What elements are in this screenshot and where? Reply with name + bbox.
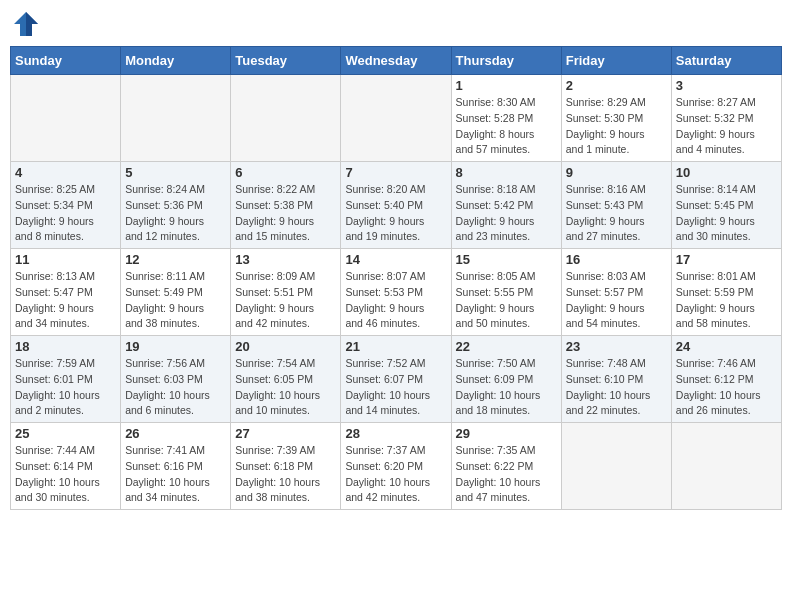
day-number: 10 bbox=[676, 165, 777, 180]
day-info: Sunrise: 7:52 AMSunset: 6:07 PMDaylight:… bbox=[345, 356, 446, 419]
calendar-cell: 28Sunrise: 7:37 AMSunset: 6:20 PMDayligh… bbox=[341, 423, 451, 510]
day-number: 29 bbox=[456, 426, 557, 441]
day-info: Sunrise: 8:05 AMSunset: 5:55 PMDaylight:… bbox=[456, 269, 557, 332]
day-number: 1 bbox=[456, 78, 557, 93]
week-row-5: 25Sunrise: 7:44 AMSunset: 6:14 PMDayligh… bbox=[11, 423, 782, 510]
week-row-2: 4Sunrise: 8:25 AMSunset: 5:34 PMDaylight… bbox=[11, 162, 782, 249]
day-info: Sunrise: 7:59 AMSunset: 6:01 PMDaylight:… bbox=[15, 356, 116, 419]
calendar-cell: 16Sunrise: 8:03 AMSunset: 5:57 PMDayligh… bbox=[561, 249, 671, 336]
day-info: Sunrise: 7:50 AMSunset: 6:09 PMDaylight:… bbox=[456, 356, 557, 419]
calendar-cell: 23Sunrise: 7:48 AMSunset: 6:10 PMDayligh… bbox=[561, 336, 671, 423]
calendar-cell: 26Sunrise: 7:41 AMSunset: 6:16 PMDayligh… bbox=[121, 423, 231, 510]
day-info: Sunrise: 8:03 AMSunset: 5:57 PMDaylight:… bbox=[566, 269, 667, 332]
day-number: 5 bbox=[125, 165, 226, 180]
day-number: 14 bbox=[345, 252, 446, 267]
calendar-cell: 18Sunrise: 7:59 AMSunset: 6:01 PMDayligh… bbox=[11, 336, 121, 423]
day-number: 7 bbox=[345, 165, 446, 180]
calendar-cell: 9Sunrise: 8:16 AMSunset: 5:43 PMDaylight… bbox=[561, 162, 671, 249]
day-info: Sunrise: 8:25 AMSunset: 5:34 PMDaylight:… bbox=[15, 182, 116, 245]
calendar-cell bbox=[341, 75, 451, 162]
calendar-cell: 7Sunrise: 8:20 AMSunset: 5:40 PMDaylight… bbox=[341, 162, 451, 249]
day-number: 25 bbox=[15, 426, 116, 441]
calendar-table: SundayMondayTuesdayWednesdayThursdayFrid… bbox=[10, 46, 782, 510]
col-header-sunday: Sunday bbox=[11, 47, 121, 75]
day-info: Sunrise: 7:35 AMSunset: 6:22 PMDaylight:… bbox=[456, 443, 557, 506]
day-info: Sunrise: 8:07 AMSunset: 5:53 PMDaylight:… bbox=[345, 269, 446, 332]
day-info: Sunrise: 8:30 AMSunset: 5:28 PMDaylight:… bbox=[456, 95, 557, 158]
calendar-cell bbox=[561, 423, 671, 510]
day-info: Sunrise: 8:22 AMSunset: 5:38 PMDaylight:… bbox=[235, 182, 336, 245]
day-number: 18 bbox=[15, 339, 116, 354]
logo-icon bbox=[12, 10, 40, 38]
day-number: 11 bbox=[15, 252, 116, 267]
calendar-cell bbox=[121, 75, 231, 162]
day-number: 27 bbox=[235, 426, 336, 441]
week-row-4: 18Sunrise: 7:59 AMSunset: 6:01 PMDayligh… bbox=[11, 336, 782, 423]
calendar-cell: 27Sunrise: 7:39 AMSunset: 6:18 PMDayligh… bbox=[231, 423, 341, 510]
day-number: 24 bbox=[676, 339, 777, 354]
calendar-cell: 5Sunrise: 8:24 AMSunset: 5:36 PMDaylight… bbox=[121, 162, 231, 249]
calendar-cell: 3Sunrise: 8:27 AMSunset: 5:32 PMDaylight… bbox=[671, 75, 781, 162]
day-info: Sunrise: 8:09 AMSunset: 5:51 PMDaylight:… bbox=[235, 269, 336, 332]
calendar-cell: 19Sunrise: 7:56 AMSunset: 6:03 PMDayligh… bbox=[121, 336, 231, 423]
calendar-cell: 15Sunrise: 8:05 AMSunset: 5:55 PMDayligh… bbox=[451, 249, 561, 336]
day-number: 16 bbox=[566, 252, 667, 267]
day-number: 28 bbox=[345, 426, 446, 441]
calendar-cell: 20Sunrise: 7:54 AMSunset: 6:05 PMDayligh… bbox=[231, 336, 341, 423]
day-info: Sunrise: 7:48 AMSunset: 6:10 PMDaylight:… bbox=[566, 356, 667, 419]
calendar-cell: 11Sunrise: 8:13 AMSunset: 5:47 PMDayligh… bbox=[11, 249, 121, 336]
calendar-cell: 21Sunrise: 7:52 AMSunset: 6:07 PMDayligh… bbox=[341, 336, 451, 423]
day-info: Sunrise: 7:54 AMSunset: 6:05 PMDaylight:… bbox=[235, 356, 336, 419]
calendar-cell: 8Sunrise: 8:18 AMSunset: 5:42 PMDaylight… bbox=[451, 162, 561, 249]
calendar-cell bbox=[11, 75, 121, 162]
calendar-cell: 24Sunrise: 7:46 AMSunset: 6:12 PMDayligh… bbox=[671, 336, 781, 423]
calendar-cell: 4Sunrise: 8:25 AMSunset: 5:34 PMDaylight… bbox=[11, 162, 121, 249]
day-number: 4 bbox=[15, 165, 116, 180]
day-info: Sunrise: 7:41 AMSunset: 6:16 PMDaylight:… bbox=[125, 443, 226, 506]
calendar-cell: 22Sunrise: 7:50 AMSunset: 6:09 PMDayligh… bbox=[451, 336, 561, 423]
calendar-cell: 6Sunrise: 8:22 AMSunset: 5:38 PMDaylight… bbox=[231, 162, 341, 249]
calendar-cell: 12Sunrise: 8:11 AMSunset: 5:49 PMDayligh… bbox=[121, 249, 231, 336]
col-header-saturday: Saturday bbox=[671, 47, 781, 75]
day-number: 2 bbox=[566, 78, 667, 93]
calendar-cell: 29Sunrise: 7:35 AMSunset: 6:22 PMDayligh… bbox=[451, 423, 561, 510]
week-row-1: 1Sunrise: 8:30 AMSunset: 5:28 PMDaylight… bbox=[11, 75, 782, 162]
page-header bbox=[10, 10, 782, 38]
day-info: Sunrise: 7:44 AMSunset: 6:14 PMDaylight:… bbox=[15, 443, 116, 506]
calendar-cell: 13Sunrise: 8:09 AMSunset: 5:51 PMDayligh… bbox=[231, 249, 341, 336]
day-number: 8 bbox=[456, 165, 557, 180]
day-info: Sunrise: 8:18 AMSunset: 5:42 PMDaylight:… bbox=[456, 182, 557, 245]
day-number: 6 bbox=[235, 165, 336, 180]
calendar-header-row: SundayMondayTuesdayWednesdayThursdayFrid… bbox=[11, 47, 782, 75]
col-header-tuesday: Tuesday bbox=[231, 47, 341, 75]
col-header-wednesday: Wednesday bbox=[341, 47, 451, 75]
day-number: 15 bbox=[456, 252, 557, 267]
day-number: 13 bbox=[235, 252, 336, 267]
day-number: 26 bbox=[125, 426, 226, 441]
svg-marker-1 bbox=[26, 12, 38, 36]
day-info: Sunrise: 7:39 AMSunset: 6:18 PMDaylight:… bbox=[235, 443, 336, 506]
col-header-friday: Friday bbox=[561, 47, 671, 75]
day-info: Sunrise: 7:46 AMSunset: 6:12 PMDaylight:… bbox=[676, 356, 777, 419]
day-info: Sunrise: 7:37 AMSunset: 6:20 PMDaylight:… bbox=[345, 443, 446, 506]
day-info: Sunrise: 8:13 AMSunset: 5:47 PMDaylight:… bbox=[15, 269, 116, 332]
calendar-cell bbox=[671, 423, 781, 510]
calendar-cell: 17Sunrise: 8:01 AMSunset: 5:59 PMDayligh… bbox=[671, 249, 781, 336]
calendar-cell: 2Sunrise: 8:29 AMSunset: 5:30 PMDaylight… bbox=[561, 75, 671, 162]
calendar-cell: 25Sunrise: 7:44 AMSunset: 6:14 PMDayligh… bbox=[11, 423, 121, 510]
day-info: Sunrise: 7:56 AMSunset: 6:03 PMDaylight:… bbox=[125, 356, 226, 419]
day-number: 9 bbox=[566, 165, 667, 180]
day-number: 21 bbox=[345, 339, 446, 354]
col-header-thursday: Thursday bbox=[451, 47, 561, 75]
day-info: Sunrise: 8:11 AMSunset: 5:49 PMDaylight:… bbox=[125, 269, 226, 332]
calendar-cell: 14Sunrise: 8:07 AMSunset: 5:53 PMDayligh… bbox=[341, 249, 451, 336]
week-row-3: 11Sunrise: 8:13 AMSunset: 5:47 PMDayligh… bbox=[11, 249, 782, 336]
day-info: Sunrise: 8:27 AMSunset: 5:32 PMDaylight:… bbox=[676, 95, 777, 158]
day-number: 19 bbox=[125, 339, 226, 354]
day-info: Sunrise: 8:20 AMSunset: 5:40 PMDaylight:… bbox=[345, 182, 446, 245]
logo bbox=[10, 10, 40, 38]
day-info: Sunrise: 8:14 AMSunset: 5:45 PMDaylight:… bbox=[676, 182, 777, 245]
day-number: 23 bbox=[566, 339, 667, 354]
day-number: 22 bbox=[456, 339, 557, 354]
day-number: 12 bbox=[125, 252, 226, 267]
